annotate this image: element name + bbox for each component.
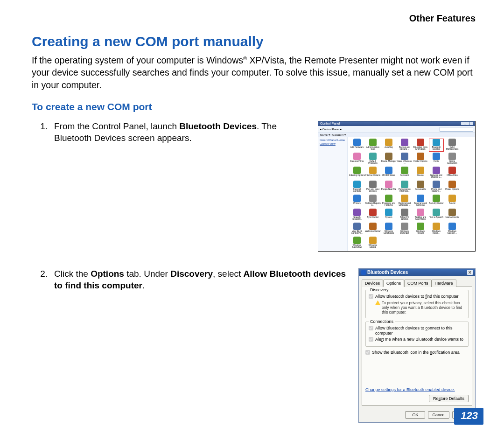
- cp-window-controls: [461, 122, 473, 126]
- cp-item-label: Windows Firewall: [413, 231, 428, 235]
- cp-item-icon: [353, 139, 361, 146]
- cp-item-label: iSCSI Initiator: [381, 175, 397, 177]
- cp-item: Tablet PC Settings: [397, 209, 412, 222]
- group-discovery-legend: Discovery: [369, 287, 390, 292]
- cp-item-icon: [401, 181, 408, 188]
- intro-paragraph: If the operating system of your computer…: [32, 54, 476, 91]
- cp-item: Regional and Language ...: [397, 195, 412, 208]
- cp-item: Power Options: [445, 181, 460, 194]
- cp-item-label: Scanners and Cameras: [413, 203, 428, 207]
- cancel-button: Cancel: [428, 411, 449, 419]
- cp-item-icon: [385, 223, 392, 230]
- cp-item: Ease of Access ...: [397, 153, 412, 166]
- cp-item: Text to Speech: [429, 209, 444, 222]
- cp-item-icon: [401, 167, 408, 174]
- cp-item-label: Speech Recogniti...: [349, 217, 365, 221]
- cp-item-icon: [369, 237, 377, 244]
- cp-item-label: Add Hardware: [349, 147, 365, 149]
- cp-item-icon: [417, 181, 424, 188]
- ok-button: OK: [405, 411, 425, 419]
- cp-item-label: AutoPlay: [381, 147, 397, 149]
- cp-item: Internet Options: [365, 167, 380, 180]
- cp-item-icon: [433, 209, 440, 216]
- step-2-post: .: [142, 280, 145, 290]
- cp-item-icon: [448, 223, 456, 230]
- step-2-mid2: , select: [213, 269, 243, 279]
- cp-item-label: Welcome Center: [365, 231, 381, 233]
- step-2-b2: Discovery: [170, 269, 213, 279]
- cp-item-label: User Accounts: [444, 217, 460, 219]
- group-discovery: Discovery Allow Bluetooth devices to fin…: [365, 290, 469, 318]
- cp-item-icon: [401, 209, 408, 216]
- cp-item: Problem Reports a...: [365, 195, 380, 208]
- cp-item-label: Fonts: [428, 161, 444, 163]
- cp-item-label: Performance Informati...: [397, 189, 413, 193]
- cp-item-label: Problem Reports a...: [365, 203, 381, 207]
- cp-item: AutoPlay: [381, 139, 396, 152]
- page-number: 123: [454, 408, 483, 425]
- cp-item-icon: [353, 153, 361, 160]
- cp-item: Color Management: [445, 139, 460, 152]
- cp-item-icon: [369, 153, 377, 160]
- cp-item-icon: [401, 153, 408, 160]
- cp-item: Game Controllers: [445, 153, 460, 166]
- cp-item-icon: [385, 153, 392, 160]
- cp-item-icon: [369, 209, 377, 216]
- cp-item: Windows CardSpace: [381, 223, 396, 236]
- cp-item-label: Taskbar and Start Menu: [413, 217, 428, 221]
- cp-item-label: Windows SideShow: [349, 245, 365, 249]
- cp-item-icon: [369, 195, 377, 202]
- cp-item: Windows SideShow: [350, 237, 364, 250]
- cp-item-icon: [401, 139, 408, 146]
- cp-side-home: Control Panel Home: [320, 139, 346, 141]
- cp-item: Date and Time: [350, 153, 364, 166]
- cp-item-icon: [417, 209, 424, 216]
- cp-item: Folder Options: [413, 153, 428, 166]
- tab-options: Options: [383, 280, 404, 287]
- chk-alert-box: [369, 337, 373, 342]
- cp-item: Speech Recogniti...: [350, 209, 364, 222]
- warning-icon: [375, 301, 380, 305]
- cp-item: Windows Firewall: [413, 223, 428, 236]
- chk-allow-connect-box: [369, 326, 373, 330]
- cp-item-label: Bluetooth Devices: [428, 147, 444, 151]
- cp-item: Welcome Center: [365, 223, 380, 236]
- cp-item-label: Backup and Restore ...: [397, 147, 413, 151]
- cp-item-label: Power Options: [444, 189, 460, 191]
- cp-item: Sound: [445, 195, 460, 208]
- cp-item-label: Windows Mobili...: [428, 231, 444, 235]
- cp-item: Mouse: [413, 167, 428, 180]
- cp-item-label: Text to Speech: [428, 217, 444, 219]
- cp-item-label: Pen and Input Devices: [365, 189, 381, 193]
- cp-toolbar: Name ▾ • Category ▾: [318, 133, 475, 137]
- cp-item: Performance Informati...: [397, 181, 412, 194]
- cp-item-label: Tablet PC Settings: [397, 217, 413, 221]
- cp-item-icon: [417, 139, 424, 146]
- cp-item-label: Regional and Language ...: [397, 203, 413, 207]
- cp-item-icon: [353, 167, 361, 174]
- cp-item: People Near Me: [381, 181, 396, 194]
- cp-item-icon: [369, 167, 377, 174]
- group-connections-legend: Connections: [369, 319, 395, 324]
- cp-item-label: People Near Me: [381, 189, 397, 191]
- bt-options-panel: Discovery Allow Bluetooth devices to fin…: [362, 287, 472, 405]
- cp-item-label: Parental Controls: [349, 189, 365, 193]
- step-2-text: 2. Click the Options tab. Under Discover…: [32, 268, 352, 291]
- cp-sidebar: Control Panel Home Classic View: [318, 137, 348, 251]
- cp-item-label: Phone and Modem ...: [428, 189, 444, 193]
- tab-com-ports: COM Ports: [404, 280, 432, 287]
- cp-item-icon: [433, 223, 440, 230]
- step-1-pre: From the Control Panel, launch: [54, 121, 179, 131]
- cp-item: Phone and Modem ...: [429, 181, 444, 194]
- cp-item-label: Color Management: [444, 147, 460, 151]
- cp-item-icon: [417, 153, 424, 160]
- cp-item-icon: [433, 139, 440, 146]
- cp-side-classic: Classic View: [320, 142, 346, 145]
- chk-allow-connect: Allow Bluetooth devices to connect to th…: [369, 326, 465, 336]
- chk-show-tray-box: [365, 350, 370, 355]
- cp-item-label: Default Programs: [365, 161, 381, 165]
- bt-titlebar: Bluetooth Devices ✕: [359, 269, 475, 276]
- cp-item-icon: [448, 195, 456, 202]
- cp-item-icon: [385, 195, 392, 202]
- cp-item-label: System: [381, 217, 397, 219]
